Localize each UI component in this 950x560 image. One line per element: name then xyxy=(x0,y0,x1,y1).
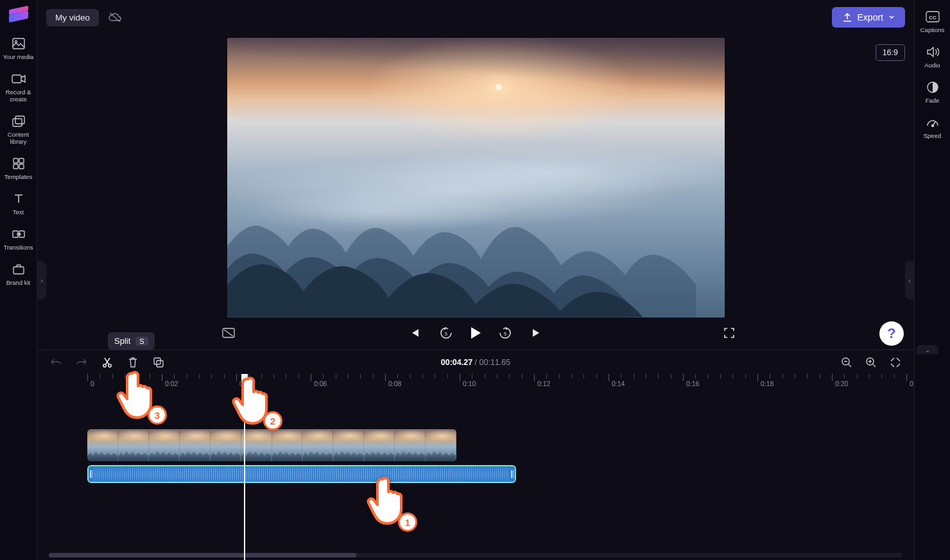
zoom-out-button[interactable] xyxy=(840,355,854,369)
sidebar-label: Content library xyxy=(8,131,29,145)
sidebar-label: Captions xyxy=(920,26,945,33)
timeline[interactable]: 00:020:040:060:080:100:120:140:160:180:2… xyxy=(37,374,914,560)
fade-icon xyxy=(926,80,940,94)
speaker-icon xyxy=(926,45,940,59)
svg-rect-6 xyxy=(19,158,24,163)
tooltip-label: Split xyxy=(114,336,130,346)
topbar: My video Export xyxy=(37,0,914,35)
sidebar-item-fade[interactable]: Fade xyxy=(915,74,950,110)
svg-rect-2 xyxy=(12,75,21,83)
annotation-badge: 1 xyxy=(398,513,417,532)
svg-rect-4 xyxy=(15,116,24,124)
audio-clip-handle-left[interactable] xyxy=(89,466,94,482)
collapse-timeline-handle[interactable]: ⌄ xyxy=(917,345,938,354)
safe-zone-toggle[interactable] xyxy=(220,324,238,342)
svg-point-16 xyxy=(108,364,111,366)
svg-rect-7 xyxy=(13,164,18,169)
transitions-icon xyxy=(12,227,26,241)
sidebar-item-brand-kit[interactable]: Brand kit xyxy=(0,257,37,292)
undo-button[interactable] xyxy=(49,355,63,369)
cloud-sync-off-icon[interactable] xyxy=(108,12,122,23)
sidebar-label: Brand kit xyxy=(6,279,31,286)
video-preview-canvas[interactable] xyxy=(227,38,725,318)
split-button[interactable] xyxy=(100,355,114,369)
current-time: 00:04.27 xyxy=(441,358,472,367)
sidebar-item-record-create[interactable]: Record & create xyxy=(0,66,37,108)
upload-icon xyxy=(842,12,852,22)
timeline-scrollbar[interactable] xyxy=(49,553,902,557)
sidebar-item-templates[interactable]: Templates xyxy=(0,151,37,186)
playhead[interactable] xyxy=(244,374,245,560)
image-icon xyxy=(12,37,26,51)
audio-clip-handle-right[interactable] xyxy=(510,466,515,482)
tooltip-key: S xyxy=(135,337,148,346)
help-button[interactable]: ? xyxy=(879,321,904,346)
sidebar-label: Audio xyxy=(924,62,940,69)
text-icon xyxy=(12,192,26,206)
svg-text:5: 5 xyxy=(445,332,447,336)
timeline-toolbar: Split S 00:04.27 / 00:11.65 xyxy=(37,350,914,374)
svg-text:CC: CC xyxy=(929,15,937,21)
play-button[interactable] xyxy=(469,324,482,342)
timecode-display: 00:04.27 / 00:11.65 xyxy=(441,358,510,367)
sidebar-item-content-library[interactable]: Content library xyxy=(0,108,37,151)
forward-5s-button[interactable]: 5 xyxy=(496,324,514,342)
timeline-ruler[interactable]: 00:020:040:060:080:100:120:140:160:180:2… xyxy=(37,374,914,391)
sidebar-item-audio[interactable]: Audio xyxy=(915,39,950,74)
sidebar-item-speed[interactable]: Speed xyxy=(915,110,950,145)
briefcase-icon xyxy=(12,262,26,276)
sidebar-item-captions[interactable]: CC Captions xyxy=(915,4,950,39)
total-duration: 00:11.65 xyxy=(479,358,511,367)
skip-forward-button[interactable] xyxy=(528,324,546,342)
sidebar-label: Text xyxy=(13,208,24,216)
chevron-down-icon xyxy=(888,14,895,21)
export-label: Export xyxy=(858,12,883,22)
sidebar-label: Your media xyxy=(3,53,34,60)
delete-button[interactable] xyxy=(126,355,140,369)
svg-text:5: 5 xyxy=(504,332,506,336)
project-title[interactable]: My video xyxy=(46,9,99,26)
sidebar-item-transitions[interactable]: Transitions xyxy=(0,221,37,257)
video-clip[interactable] xyxy=(87,429,456,461)
duplicate-button[interactable] xyxy=(151,355,166,369)
captions-icon: CC xyxy=(926,10,940,24)
scrollbar-thumb[interactable] xyxy=(49,553,356,557)
time-sep: / xyxy=(472,358,479,367)
timeline-tracks xyxy=(37,391,914,483)
audio-clip[interactable] xyxy=(87,465,516,483)
audio-waveform xyxy=(94,466,510,482)
player-controls: 5 5 xyxy=(37,318,914,348)
svg-rect-11 xyxy=(13,267,24,274)
app-logo[interactable] xyxy=(9,5,28,22)
export-button[interactable]: Export xyxy=(832,7,905,28)
redo-button[interactable] xyxy=(74,355,89,369)
sidebar-label: Record & create xyxy=(6,89,31,103)
left-sidebar: Your media Record & create Content libra… xyxy=(0,0,37,560)
sidebar-label: Fade xyxy=(926,97,940,104)
library-icon xyxy=(12,114,26,128)
svg-point-15 xyxy=(103,364,106,366)
svg-rect-8 xyxy=(19,164,24,169)
sidebar-label: Templates xyxy=(4,173,32,180)
sidebar-item-your-media[interactable]: Your media xyxy=(0,31,37,66)
svg-rect-5 xyxy=(13,158,18,163)
expand-right-panel-handle[interactable]: ‹ xyxy=(905,261,914,300)
preview-stage: 16:9 5 5 ? xyxy=(37,35,914,350)
sidebar-label: Transitions xyxy=(3,244,33,251)
svg-rect-3 xyxy=(13,119,22,126)
camera-icon xyxy=(12,72,26,86)
zoom-in-button[interactable] xyxy=(864,355,878,369)
aspect-ratio-selector[interactable]: 16:9 xyxy=(876,44,905,61)
fullscreen-button[interactable] xyxy=(720,324,738,342)
svg-rect-0 xyxy=(13,38,24,49)
sidebar-item-text[interactable]: Text xyxy=(0,186,37,221)
sidebar-label: Speed xyxy=(924,132,941,139)
skip-back-button[interactable] xyxy=(405,324,423,342)
zoom-fit-button[interactable] xyxy=(888,355,902,369)
annotation-hand-1: 1 xyxy=(363,475,410,527)
right-sidebar: CC Captions Audio Fade Speed xyxy=(914,0,950,560)
gauge-icon xyxy=(926,115,940,130)
svg-point-24 xyxy=(931,125,933,127)
rewind-5s-button[interactable]: 5 xyxy=(437,324,455,342)
grid-icon xyxy=(12,157,26,171)
